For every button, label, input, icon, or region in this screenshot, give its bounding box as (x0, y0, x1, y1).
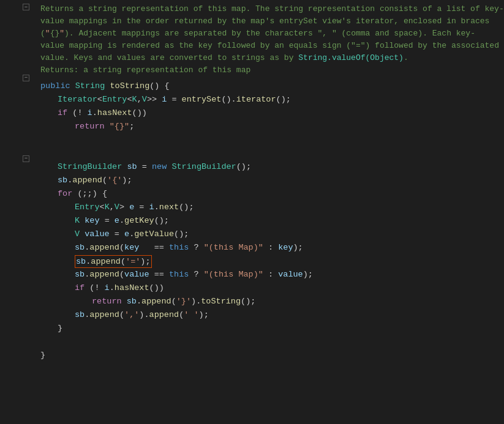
line-empty-3 (32, 335, 504, 349)
line-iterator: Iterator<Entry<K,V>> i = entrySet().iter… (32, 93, 504, 106)
doc-returns-line: Returns: a string representation of this… (40, 64, 504, 76)
line-getvalue: V value = e.getValue(); (32, 228, 504, 241)
doc-line-3: ("{}"). Adjacent mappings are separated … (40, 28, 504, 40)
code-lines: public String toString() { Iterator<Entr… (32, 80, 504, 362)
line-return-sb: return sb.append('}').toString(); (32, 295, 504, 308)
fold-marker-comment[interactable]: − (23, 4, 29, 10)
line-if-hasnext-2: if (! i.hasNext()) (32, 281, 504, 295)
doc-line-5: value. Keys and values are converted to … (40, 52, 504, 64)
line-stringbuilder: StringBuilder sb = new StringBuilder(); (32, 160, 504, 174)
line-close-method: } (32, 349, 504, 362)
line-append-equals: sb.append('='); (32, 255, 504, 268)
line-append-comma: sb.append(',').append(' '); (32, 308, 504, 322)
line-append-value: sb.append(value == this ? "(this Map)" :… (32, 268, 504, 281)
line-tostring-decl: public String toString() { (32, 80, 504, 93)
line-if-hasnext-1: if (! i.hasNext()) (32, 106, 504, 120)
line-sb-append-open: sb.append('{'); (32, 174, 504, 187)
line-for: for (;;) { (32, 187, 504, 201)
doc-line-2: value mappings in the order returned by … (40, 15, 504, 28)
doc-line-1: Returns a string representation of this … (40, 3, 504, 15)
line-empty-2 (32, 147, 504, 160)
line-entry: Entry<K,V> e = i.next(); (32, 201, 504, 214)
highlight-append-equals: sb.append('='); (75, 255, 152, 268)
line-append-key: sb.append(key == this ? "(this Map)" : k… (32, 241, 504, 255)
line-empty-1 (32, 133, 504, 147)
code-area: Returns a string representation of this … (32, 0, 504, 424)
line-close-for: } (32, 322, 504, 335)
line-getkey: K key = e.getKey(); (32, 214, 504, 228)
line-return-empty: return "{}"; (32, 120, 504, 133)
doc-line-4: value mapping is rendered as the key fol… (40, 40, 504, 52)
editor: − − − Returns a string representation of… (0, 0, 504, 424)
fold-marker-method[interactable]: − (23, 75, 29, 81)
fold-marker-for[interactable]: − (23, 155, 29, 162)
doc-comment-block: Returns a string representation of this … (32, 0, 504, 80)
